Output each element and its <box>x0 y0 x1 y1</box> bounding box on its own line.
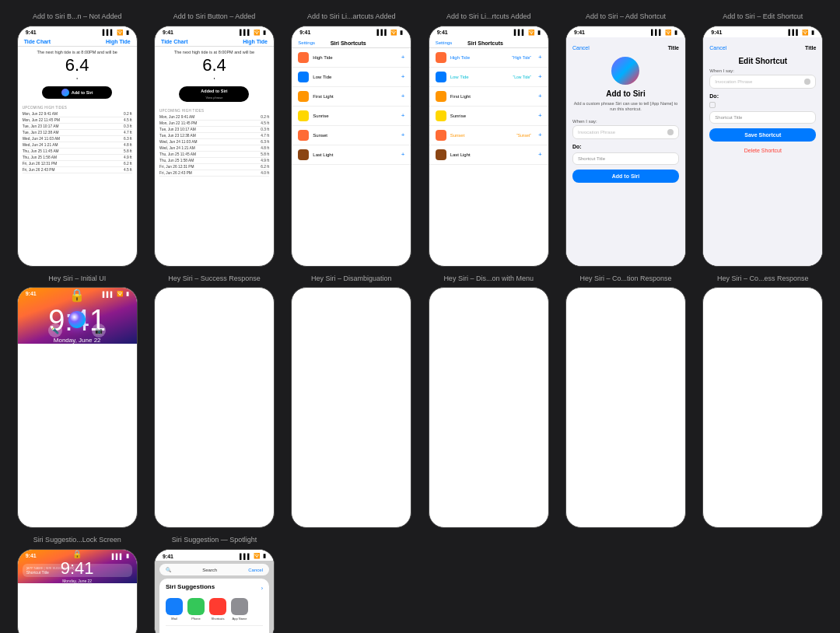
signal-icon-14: ▌▌▌ <box>240 554 251 559</box>
wifi-icon-1: 🛜 <box>117 30 124 36</box>
status-time-6: 9:41 <box>711 30 722 35</box>
panel-header-14: Siri Suggestions › <box>166 583 263 593</box>
do-checkbox-6[interactable] <box>709 102 716 108</box>
caption-5: Add to Siri – Add Shortcut <box>561 12 690 22</box>
plus-icon[interactable]: + <box>538 93 542 100</box>
shortcuts-title-4: Siri Shortcuts <box>467 40 503 46</box>
plus-icon[interactable]: + <box>401 93 405 100</box>
phone-11: 9:41 ▌▌▌ ▮ [APP NAME] Cancel Order <box>565 287 686 528</box>
tide-type-label-1: High Tide <box>106 39 131 44</box>
mail-icon[interactable] <box>166 598 183 615</box>
shortcut-title-13: Shortcut Title <box>26 570 128 575</box>
shortcut-title-input-5[interactable]: Shortcut Title <box>572 152 679 165</box>
plus-icon[interactable]: + <box>401 73 405 80</box>
table-row: Thu, Jun 25 1:58 AM4.9 ft <box>23 155 132 161</box>
phrase-label: "Low Tide" <box>492 75 531 79</box>
signal-icon-2: ▌▌▌ <box>240 30 251 35</box>
cancel-btn-6[interactable]: Cancel <box>709 45 726 51</box>
plus-icon[interactable]: + <box>538 151 542 158</box>
plus-icon[interactable]: + <box>538 73 542 80</box>
save-shortcut-button-6[interactable]: Save Shortcut <box>709 128 816 142</box>
settings-back-4[interactable]: Settings <box>436 40 453 45</box>
plus-icon[interactable]: + <box>538 54 542 61</box>
tide-header-1: Tide Chart High Tide <box>18 37 137 47</box>
plus-icon[interactable]: + <box>401 151 405 158</box>
list-item: Sunrise + <box>429 107 548 126</box>
list-item: Last Light + <box>292 145 411 165</box>
delete-shortcut-button-6[interactable]: Delete Shortcut <box>709 148 816 153</box>
do-checkbox-row-6 <box>709 102 816 108</box>
row-2: Hey Siri – Initial UI 9:41 ▌▌▌ 🛜 ▮ 🔒 9:4… <box>12 275 828 529</box>
phone-4: 9:41 ▌▌▌ 🛜 ▮ Settings Siri Shortcuts Hig… <box>429 26 549 267</box>
table-row: Fri, Jun 26 12:31 PM6.2 ft <box>159 164 269 170</box>
phone-14: 9:41 ▌▌▌ 🛜 ▮ 🔍 Search Cancel Siri Sugges… <box>154 549 275 633</box>
col-screen-10: Hey Siri – Dis...on with Menu 9:41 ▌▌▌ ▮… <box>424 275 553 529</box>
shortcut-title-input-6[interactable]: Shortcut Title <box>709 111 816 124</box>
add-shortcut-dialog: Cancel Title Add to Siri Add a custom ph… <box>566 37 685 266</box>
tide-content-2: Tide Chart High Tide The next high tide … <box>155 37 274 266</box>
shortcuts-icon[interactable] <box>209 598 226 615</box>
dialog-subtitle-5: Add a custom phrase Siri can use to tell… <box>572 101 679 113</box>
invocation-input-6[interactable]: Invocation Phrase <box>709 75 816 89</box>
status-bar-5: 9:41 ▌▌▌ 🛜 ▮ <box>566 26 685 37</box>
plus-icon[interactable]: + <box>401 54 405 61</box>
status-icons-14: ▌▌▌ 🛜 ▮ <box>240 553 266 559</box>
col-screen-9: Hey Siri – Disambiguation 9:41 ▌▌▌ ▮ [Di… <box>287 275 416 529</box>
row-3: Siri Suggestio...Lock Screen 9:41 ▌▌▌ ▮ … <box>12 536 828 633</box>
tide-chart-label-2: Tide Chart <box>161 39 188 44</box>
flashlight-icon-7[interactable]: 🔦 <box>48 323 62 337</box>
shortcut-icon-4-sunset <box>436 130 446 141</box>
phone-icon[interactable] <box>187 598 205 615</box>
lock-battery-8: ▮ <box>263 291 266 297</box>
signal-icon-6: ▌▌▌ <box>788 30 800 35</box>
camera-icon-7[interactable]: 📷 <box>92 323 106 337</box>
do-label-5: Do: <box>572 144 679 149</box>
plus-icon[interactable]: + <box>538 112 542 119</box>
lock-battery-10: ▮ <box>537 291 541 297</box>
search-placeholder-14[interactable]: Search <box>202 568 217 572</box>
status-right-10: ▌▌▌ ▮ <box>523 291 541 297</box>
lock-time-10: 9:41 <box>437 291 448 297</box>
col-screen-1: Add to Siri B...n – Not Added 9:41 ▌▌▌ 🛜… <box>12 12 142 267</box>
col-screen-11: Hey Siri – Co...tion Response 9:41 ▌▌▌ ▮… <box>561 275 690 529</box>
dialog-title-label-6: Title <box>805 45 816 51</box>
panel-title-14: Siri Suggestions <box>166 583 215 590</box>
status-bar-1: 9:41 ▌▌▌ 🛜 ▮ <box>18 26 137 37</box>
cancel-search-14[interactable]: Cancel <box>248 568 263 572</box>
col-screen-14: Siri Suggestion — Spotlight 9:41 ▌▌▌ 🛜 ▮… <box>149 536 278 633</box>
shortcut-label: Low Tide <box>313 75 397 79</box>
settings-back-3[interactable]: Settings <box>298 40 315 45</box>
add-siri-button-1[interactable]: Add to Siri <box>42 86 112 99</box>
lockscreen-status-12: 9:41 ▌▌▌ ▮ <box>703 288 822 299</box>
plus-icon[interactable]: + <box>401 131 405 138</box>
caption-8: Hey Siri – Success Response <box>149 275 278 284</box>
lockscreen-status-11: 9:41 ▌▌▌ ▮ <box>566 288 685 299</box>
tide-section-title-2: UPCOMING HIGH TIDES <box>159 109 269 113</box>
list-item: Sunrise + <box>292 107 411 126</box>
cancel-btn-5[interactable]: Cancel <box>572 45 590 51</box>
plus-icon[interactable]: + <box>538 131 542 138</box>
lock-wifi-7: 🛜 <box>117 291 124 297</box>
lock-battery-11: ▮ <box>674 291 677 297</box>
invocation-input-5[interactable]: Invocation Phrase <box>572 125 679 139</box>
tide-value-2: 6.4 <box>161 55 268 75</box>
siri-ball-7[interactable] <box>68 311 86 328</box>
added-siri-button-2[interactable]: Added to Siri View phrase <box>179 86 249 102</box>
lock-signal-8: ▌▌▌ <box>249 292 261 297</box>
appname-icon[interactable] <box>231 598 248 615</box>
plus-icon[interactable]: + <box>401 112 405 119</box>
shortcuts-list-3: High Tide + Low Tide + First Light + Sun… <box>292 48 411 165</box>
app-icon-appname: App Name <box>231 598 248 621</box>
table-row: Fri, Jun 26 12:31 PM6.2 ft <box>23 161 132 167</box>
tide-value-1: 6.4 <box>24 55 131 75</box>
when-i-say-label-6: When I say: <box>709 68 816 73</box>
shortcuts-header-4: Settings Siri Shortcuts <box>429 37 548 48</box>
add-to-siri-button-5[interactable]: Add to Siri <box>572 170 679 183</box>
tide-main-2: The next high tide is at 8:00PM and will… <box>155 47 274 107</box>
lockscreen-container-8: 9:41 ▌▌▌ ▮ [APP NAME] <box>155 288 274 527</box>
shortcuts-title-3: Siri Shortcuts <box>331 40 366 46</box>
table-row: Mon, Jun 22 9:41 AM0.2 ft <box>23 111 132 117</box>
status-bar-4: 9:41 ▌▌▌ 🛜 ▮ <box>429 26 548 37</box>
shortcut-label: Last Light <box>450 152 534 157</box>
dialog-header-5: Cancel Title <box>572 45 679 51</box>
